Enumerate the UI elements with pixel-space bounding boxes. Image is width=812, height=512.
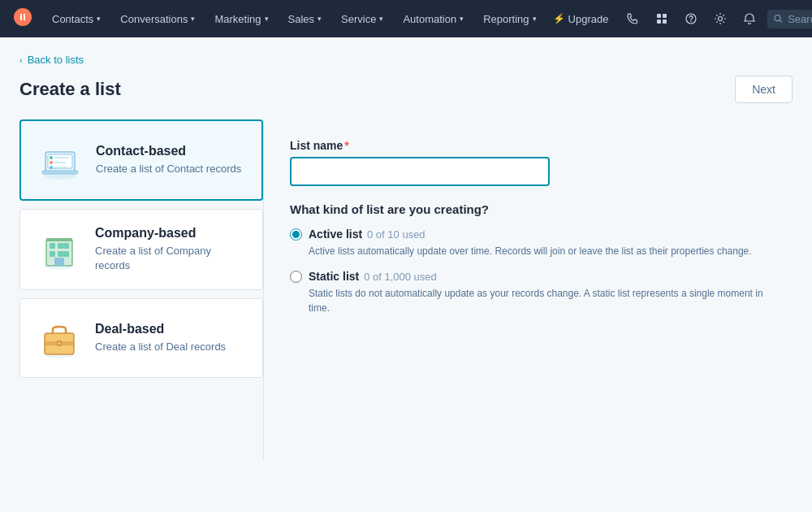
svg-rect-4	[663, 20, 667, 24]
chevron-down-icon: ▾	[317, 15, 322, 23]
deal-based-icon	[37, 315, 82, 361]
static-list-row: Static list 0 of 1,000 used	[290, 270, 767, 283]
nav-service[interactable]: Service ▾	[331, 0, 393, 37]
breadcrumb-label: Back to lists	[28, 54, 84, 66]
search-box[interactable]	[767, 10, 812, 28]
card-list: Contact-based Create a list of Contact r…	[19, 119, 263, 461]
svg-point-16	[50, 161, 53, 164]
static-list-radio[interactable]	[290, 271, 302, 283]
active-list-description: Active lists automatically update over t…	[309, 244, 767, 258]
svg-point-8	[775, 15, 780, 21]
chevron-down-icon: ▾	[379, 15, 383, 23]
svg-text:?: ?	[689, 15, 693, 24]
nav-reporting[interactable]: Reporting ▾	[473, 0, 546, 37]
active-list-row: Active list 0 of 10 used	[290, 228, 767, 241]
page-header: Create a list Next	[19, 76, 793, 103]
deal-based-title: Deal-based	[95, 322, 226, 336]
deal-based-card[interactable]: Deal-based Create a list of Deal records	[19, 298, 263, 378]
contact-based-icon	[37, 137, 83, 183]
settings-icon-button[interactable]	[709, 9, 732, 28]
company-based-text: Company-based Create a list of Company r…	[95, 226, 246, 273]
breadcrumb[interactable]: ‹ Back to lists	[19, 54, 793, 66]
svg-rect-24	[63, 243, 69, 249]
company-based-desc: Create a list of Company records	[95, 244, 246, 273]
next-button[interactable]: Next	[735, 76, 793, 103]
svg-point-14	[50, 156, 53, 159]
page-title: Create a list	[19, 79, 121, 100]
svg-line-9	[780, 20, 783, 23]
svg-rect-23	[58, 243, 63, 249]
contact-based-text: Contact-based Create a list of Contact r…	[96, 144, 241, 176]
company-based-card[interactable]: Company-based Create a list of Company r…	[19, 209, 263, 290]
contact-based-card[interactable]: Contact-based Create a list of Contact r…	[19, 119, 263, 201]
top-navigation: Contacts ▾ Conversations ▾ Marketing ▾ S…	[0, 0, 812, 37]
contact-based-desc: Create a list of Contact records	[96, 162, 241, 176]
search-icon	[774, 14, 783, 24]
static-list-label[interactable]: Static list 0 of 1,000 used	[309, 270, 437, 283]
help-icon-button[interactable]: ?	[680, 9, 702, 28]
active-list-radio[interactable]	[290, 228, 302, 241]
svg-rect-13	[42, 171, 78, 174]
svg-rect-28	[54, 258, 64, 266]
svg-rect-3	[657, 20, 661, 24]
svg-rect-29	[46, 238, 72, 241]
deal-based-text: Deal-based Create a list of Deal records	[95, 322, 226, 354]
nav-right: ⚡ Upgrade ? IS Inspired Spac ▾	[546, 7, 812, 31]
list-type-question: What kind of list are you creating?	[290, 202, 767, 216]
chevron-down-icon: ▾	[533, 15, 537, 23]
list-name-label: List name*	[290, 139, 767, 152]
svg-rect-25	[50, 251, 55, 257]
svg-rect-27	[63, 251, 69, 257]
chevron-down-icon: ▾	[265, 15, 269, 23]
svg-rect-19	[54, 167, 67, 168]
svg-rect-34	[58, 342, 61, 345]
right-panel: List name* What kind of list are you cre…	[263, 119, 793, 461]
contact-based-title: Contact-based	[96, 144, 241, 158]
page-content: ‹ Back to lists Create a list Next	[0, 37, 812, 478]
deal-based-icon-wrap	[37, 315, 82, 361]
notifications-icon-button[interactable]	[738, 9, 761, 28]
svg-rect-1	[657, 14, 661, 18]
company-based-title: Company-based	[95, 226, 246, 241]
marketplace-icon-button[interactable]	[650, 9, 673, 28]
chevron-down-icon: ▾	[97, 15, 101, 23]
back-arrow-icon: ‹	[19, 55, 23, 65]
nav-menu: Contacts ▾ Conversations ▾ Marketing ▾ S…	[42, 0, 546, 37]
nav-conversations[interactable]: Conversations ▾	[110, 0, 205, 37]
active-list-option: Active list 0 of 10 used Active lists au…	[290, 228, 767, 258]
contact-based-icon-wrap	[37, 137, 83, 183]
svg-rect-22	[50, 243, 55, 249]
upgrade-button[interactable]: ⚡ Upgrade	[546, 10, 615, 28]
hubspot-logo[interactable]	[13, 7, 32, 31]
deal-based-desc: Create a list of Deal records	[95, 340, 226, 354]
svg-rect-26	[58, 251, 63, 257]
company-based-icon	[37, 227, 82, 272]
nav-sales[interactable]: Sales ▾	[279, 0, 332, 37]
nav-automation[interactable]: Automation ▾	[393, 0, 473, 37]
chevron-down-icon: ▾	[460, 15, 464, 23]
svg-rect-17	[54, 162, 66, 163]
nav-left: Contacts ▾ Conversations ▾ Marketing ▾ S…	[13, 0, 546, 37]
split-layout: Contact-based Create a list of Contact r…	[19, 119, 793, 461]
active-list-label[interactable]: Active list 0 of 10 used	[309, 228, 425, 241]
required-marker: *	[344, 139, 348, 152]
list-name-input[interactable]	[290, 157, 550, 186]
nav-contacts[interactable]: Contacts ▾	[42, 0, 110, 37]
static-list-description: Static lists do not automatically update…	[309, 286, 767, 315]
svg-rect-15	[54, 157, 69, 158]
chevron-down-icon: ▾	[191, 15, 195, 23]
svg-point-18	[50, 166, 53, 169]
svg-point-7	[719, 17, 723, 21]
svg-rect-2	[663, 14, 667, 18]
nav-marketing[interactable]: Marketing ▾	[205, 0, 278, 37]
svg-point-0	[14, 8, 32, 26]
phone-icon-button[interactable]	[621, 9, 644, 28]
search-input[interactable]	[788, 13, 812, 25]
static-list-option: Static list 0 of 1,000 used Static lists…	[290, 270, 767, 315]
company-based-icon-wrap	[37, 227, 82, 272]
